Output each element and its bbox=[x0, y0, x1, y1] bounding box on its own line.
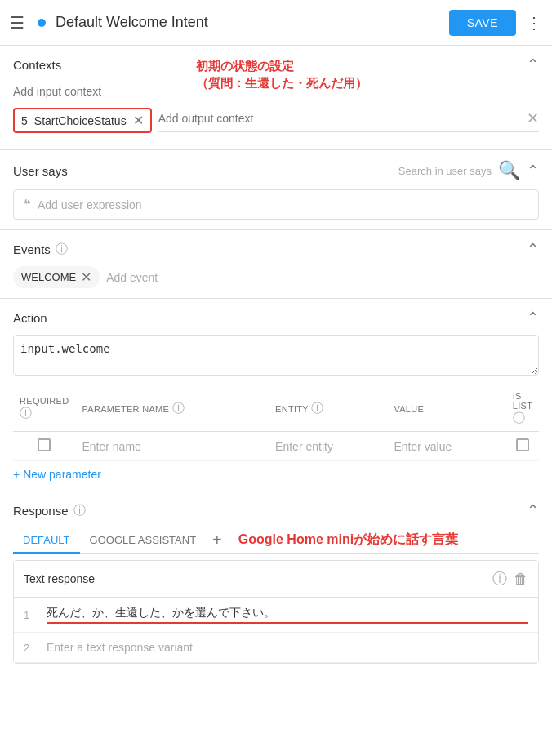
events-title: Events bbox=[13, 242, 51, 256]
user-says-chevron[interactable]: ⌃ bbox=[527, 162, 539, 180]
add-event-link[interactable]: Add event bbox=[106, 271, 158, 284]
required-col-header: REQUIRED ⓘ bbox=[13, 386, 75, 432]
output-context-row: 5 StartChoiceStatus ✕ ✕ bbox=[13, 108, 539, 133]
is-list-help-icon[interactable]: ⓘ bbox=[513, 411, 525, 425]
contexts-section: Contexts ⌃ 5 StartChoiceStatus ✕ ✕ bbox=[0, 46, 552, 150]
param-name-cell[interactable]: Enter name bbox=[75, 432, 269, 461]
text-response-title: Text response bbox=[24, 572, 492, 585]
output-context-field[interactable] bbox=[158, 109, 527, 128]
required-checkbox[interactable] bbox=[38, 438, 51, 451]
input-context-row bbox=[13, 82, 539, 101]
events-chevron[interactable]: ⌃ bbox=[527, 240, 539, 258]
response-text-1[interactable]: 死んだ、か、生還した、かを選んで下さい。 bbox=[47, 606, 528, 624]
more-icon[interactable]: ⋮ bbox=[526, 13, 542, 33]
contexts-chevron[interactable]: ⌃ bbox=[527, 56, 539, 73]
required-checkbox-cell bbox=[13, 432, 75, 461]
response-num-2: 2 bbox=[24, 642, 37, 654]
status-dot bbox=[38, 19, 46, 27]
user-says-header: User says Search in user says 🔍 ⌃ bbox=[13, 160, 539, 181]
text-response-actions: ⓘ 🗑 bbox=[492, 569, 528, 589]
events-header: Events ⓘ ⌃ bbox=[13, 240, 539, 258]
user-says-search-row: User says Search in user says 🔍 bbox=[13, 160, 520, 181]
search-icon[interactable]: 🔍 bbox=[498, 160, 520, 181]
response-chevron[interactable]: ⌃ bbox=[527, 501, 539, 519]
contexts-title: Contexts bbox=[13, 58, 61, 72]
event-chip-close-icon[interactable]: ✕ bbox=[81, 269, 91, 285]
user-expression-input[interactable]: ❝ Add user expression bbox=[13, 189, 539, 220]
response-title: Response bbox=[13, 504, 69, 518]
context-tag-number: 5 bbox=[21, 114, 28, 127]
user-says-search-area: Search in user says 🔍 bbox=[398, 160, 520, 181]
new-param-label: New parameter bbox=[23, 468, 101, 481]
output-context-row-inner: ✕ bbox=[158, 109, 539, 132]
entity-cell[interactable]: Enter entity bbox=[269, 432, 387, 461]
value-col-header: VALUE bbox=[387, 386, 505, 432]
user-says-title: User says bbox=[13, 164, 68, 178]
events-section: Events ⓘ ⌃ WELCOME ✕ Add event bbox=[0, 230, 552, 299]
response-help-icon[interactable]: ⓘ bbox=[73, 503, 86, 518]
input-context-field[interactable] bbox=[13, 82, 539, 101]
events-row: WELCOME ✕ Add event bbox=[13, 266, 539, 288]
menu-icon[interactable]: ☰ bbox=[10, 13, 24, 33]
action-section: Action ⌃ input.welcome REQUIRED ⓘ PARAME… bbox=[0, 299, 552, 491]
context-tag-name: StartChoiceStatus bbox=[34, 114, 127, 127]
is-list-checkbox[interactable] bbox=[516, 438, 529, 451]
event-chip-label: WELCOME bbox=[21, 271, 76, 283]
contexts-header: Contexts ⌃ bbox=[13, 56, 539, 73]
action-header: Action ⌃ bbox=[13, 309, 539, 327]
save-button[interactable]: SAVE bbox=[449, 10, 516, 36]
value-cell[interactable]: Enter value bbox=[387, 432, 505, 461]
plus-icon: + bbox=[13, 468, 20, 481]
response-row-2: 2 Enter a text response variant bbox=[14, 633, 538, 663]
events-title-area: Events ⓘ bbox=[13, 242, 68, 257]
response-placeholder-2[interactable]: Enter a text response variant bbox=[47, 641, 528, 654]
action-title: Action bbox=[13, 311, 47, 325]
response-section: Response ⓘ ⌃ DEFAULT GOOGLE ASSISTANT + … bbox=[0, 491, 552, 674]
table-row: Enter name Enter entity Enter value bbox=[13, 432, 539, 461]
param-name-col-header: PARAMETER NAME ⓘ bbox=[75, 386, 269, 432]
tab-google-assistant[interactable]: GOOGLE ASSISTANT bbox=[80, 527, 207, 553]
page-title: Default Welcome Intent bbox=[56, 14, 449, 31]
action-textarea[interactable]: input.welcome bbox=[13, 335, 539, 376]
entity-col-header: ENTITY ⓘ bbox=[269, 386, 387, 432]
response-title-area: Response ⓘ bbox=[13, 503, 86, 518]
text-response-help-icon[interactable]: ⓘ bbox=[492, 569, 507, 589]
context-tag: 5 StartChoiceStatus ✕ bbox=[13, 108, 152, 133]
expression-placeholder: Add user expression bbox=[38, 198, 142, 211]
action-chevron[interactable]: ⌃ bbox=[527, 309, 539, 327]
required-help-icon[interactable]: ⓘ bbox=[20, 406, 32, 420]
quote-icon: ❝ bbox=[24, 197, 31, 212]
entity-help-icon[interactable]: ⓘ bbox=[311, 401, 323, 415]
response-header: Response ⓘ ⌃ bbox=[13, 501, 539, 519]
text-response-header: Text response ⓘ 🗑 bbox=[14, 561, 538, 598]
context-tag-close-icon[interactable]: ✕ bbox=[133, 113, 144, 128]
response-num-1: 1 bbox=[24, 609, 37, 621]
parameters-table: REQUIRED ⓘ PARAMETER NAME ⓘ ENTITY ⓘ VAL… bbox=[13, 386, 539, 461]
response-annotation: Google Home miniが始めに話す言葉 bbox=[238, 531, 458, 549]
header: ☰ Default Welcome Intent SAVE ⋮ bbox=[0, 0, 552, 46]
tab-default[interactable]: DEFAULT bbox=[13, 527, 80, 553]
user-says-section: User says Search in user says 🔍 ⌃ ❝ Add … bbox=[0, 150, 552, 230]
output-context-close-icon[interactable]: ✕ bbox=[527, 109, 539, 127]
is-list-col-header: IS LIST ⓘ bbox=[506, 386, 539, 432]
text-response-card: Text response ⓘ 🗑 1 死んだ、か、生還した、かを選んで下さい。… bbox=[13, 560, 539, 664]
response-row-1: 1 死んだ、か、生還した、かを選んで下さい。 bbox=[14, 598, 538, 633]
welcome-event-chip: WELCOME ✕ bbox=[13, 266, 100, 288]
search-placeholder-text: Search in user says bbox=[398, 165, 492, 177]
is-list-checkbox-cell bbox=[506, 432, 539, 461]
text-response-delete-icon[interactable]: 🗑 bbox=[514, 571, 528, 588]
param-name-help-icon[interactable]: ⓘ bbox=[172, 401, 185, 415]
response-tabs-row: DEFAULT GOOGLE ASSISTANT + Google Home m… bbox=[13, 527, 539, 554]
events-help-icon[interactable]: ⓘ bbox=[56, 242, 68, 257]
new-parameter-link[interactable]: + New parameter bbox=[13, 468, 539, 481]
tab-add-icon[interactable]: + bbox=[206, 527, 229, 553]
